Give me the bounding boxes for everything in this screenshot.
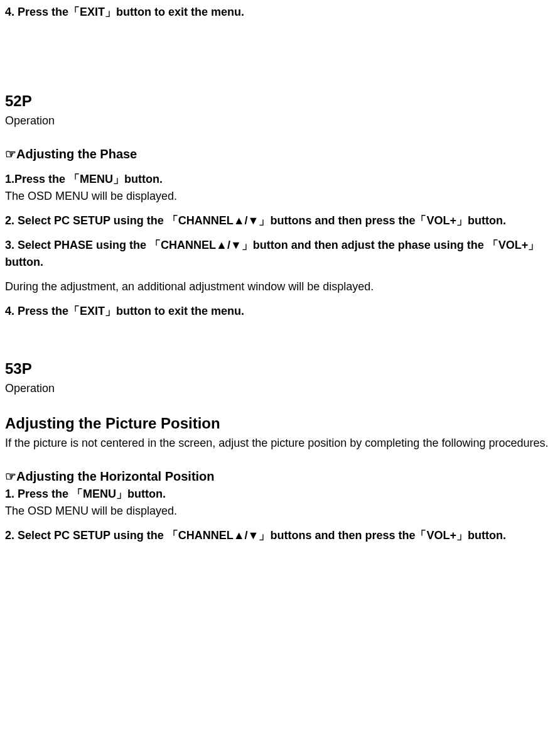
arrow-down-icon: ▼ — [248, 214, 259, 227]
step3-p52: 3. Select PHASE using the 「CHANNEL▲/▼」bu… — [5, 237, 555, 271]
heading-picture-position: Adjusting the Picture Position — [5, 412, 555, 435]
step1-body-p52: The OSD MENU will be displayed. — [5, 188, 555, 205]
hstep2-text-a: 2. Select PC SETUP using the 「CHANNEL — [5, 529, 234, 542]
step1-title-p52: 1.Press the 「MENU」button. — [5, 171, 555, 188]
intro-picture-position: If the picture is not centered in the sc… — [5, 435, 555, 452]
page-number-52: 52P — [5, 90, 555, 112]
step4-p52: 4. Press the「EXIT」button to exit the men… — [5, 303, 555, 320]
step2-text-a: 2. Select PC SETUP using the 「CHANNEL — [5, 214, 234, 227]
step2-text-b: 」buttons and then press the「VOL+」button. — [259, 214, 506, 227]
heading-adjusting-phase: ☞Adjusting the Phase — [5, 145, 555, 163]
section-label-53: Operation — [5, 380, 555, 397]
hstep1-title-p53: 1. Press the 「MENU」button. — [5, 486, 555, 503]
adjustment-note-p52: During the adjustment, an additional adj… — [5, 278, 555, 295]
arrow-down-icon: ▼ — [230, 239, 242, 251]
arrow-up-icon: ▲ — [234, 529, 245, 542]
arrow-up-icon: ▲ — [216, 239, 227, 251]
heading-horizontal-position: ☞Adjusting the Horizontal Position — [5, 467, 555, 486]
step3-text-a: 3. Select PHASE using the 「CHANNEL — [5, 239, 216, 251]
arrow-down-icon: ▼ — [248, 529, 259, 542]
step-exit-prior: 4. Press the「EXIT」button to exit the men… — [5, 4, 555, 21]
hstep1-body-p53: The OSD MENU will be displayed. — [5, 503, 555, 520]
hstep2-text-b: 」buttons and then press the「VOL+」button. — [259, 529, 506, 542]
arrow-up-icon: ▲ — [234, 214, 245, 227]
section-label-52: Operation — [5, 112, 555, 129]
step2-p52: 2. Select PC SETUP using the 「CHANNEL▲/▼… — [5, 212, 555, 229]
hstep2-p53: 2. Select PC SETUP using the 「CHANNEL▲/▼… — [5, 527, 555, 544]
page-number-53: 53P — [5, 358, 555, 380]
